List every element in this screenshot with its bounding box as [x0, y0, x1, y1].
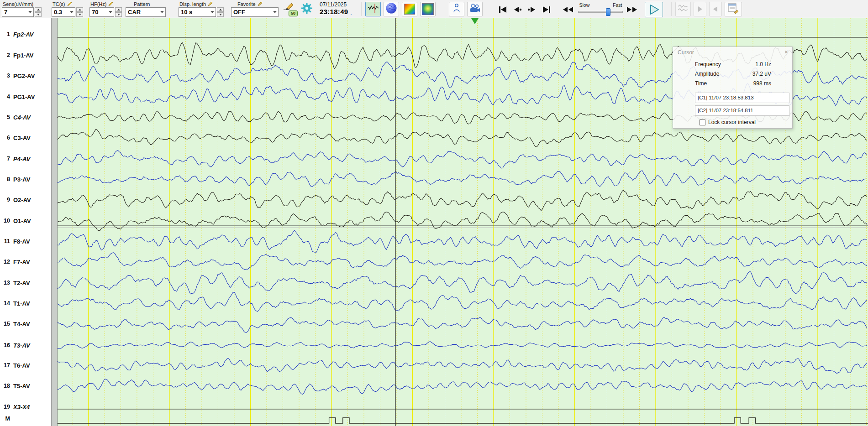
speed-slider-handle[interactable]: [606, 8, 610, 16]
date-display: 07/11/2025: [320, 1, 348, 8]
topography-button[interactable]: [420, 2, 436, 16]
channel-row-P4-AV[interactable]: 7P4-AV: [0, 155, 51, 163]
frequency-label: Frequency: [695, 61, 721, 68]
lock-cursor-checkbox[interactable]: [700, 119, 705, 125]
eeg-waveform-area[interactable]: Cursor × Frequency 1.0 Hz Amplitude 37.2…: [58, 18, 868, 426]
lock-cursor-label: Lock cursor interval: [708, 119, 756, 125]
toolbar-separator: [361, 2, 362, 16]
channel-row-T4-AV[interactable]: 15T4-AV: [0, 320, 51, 328]
page-position-marker[interactable]: [471, 18, 479, 24]
channel-row-T1-AV[interactable]: 14T1-AV: [0, 299, 51, 307]
favorite-edit-pencil-icon[interactable]: [258, 1, 263, 6]
cursor1-time-field[interactable]: [C1] 11/07 23:18:53.813: [695, 93, 789, 103]
channel-row-T6-AV[interactable]: 17T6-AV: [0, 361, 51, 369]
video-camera-icon: [469, 4, 480, 15]
channel-row-PG2-AV[interactable]: 3PG2-AV: [0, 72, 51, 80]
cursor2-time-field[interactable]: [C2] 11/07 23:18:54.811: [695, 105, 789, 116]
channel-row-O2-AV[interactable]: 9O2-AV: [0, 196, 51, 204]
hf-label: HF(Hz): [90, 1, 106, 7]
dsa-trend-button[interactable]: [402, 2, 417, 16]
channel-row-T5-AV[interactable]: 18T5-AV: [0, 382, 51, 390]
rewind-button[interactable]: [561, 3, 575, 16]
hf-edit-pencil-icon[interactable]: [108, 1, 113, 6]
fast-forward-button[interactable]: [625, 3, 639, 16]
gray-right-arrow-icon: [697, 6, 703, 12]
ac-filter-50hz-badge[interactable]: 50: [289, 10, 298, 16]
tc-edit-pencil-icon[interactable]: [67, 1, 72, 6]
measure-tool[interactable]: 50: [283, 3, 298, 16]
channel-row-Fp1-AV[interactable]: 2Fp1-AV: [0, 51, 51, 59]
display-length-spin-down-button[interactable]: [217, 12, 224, 17]
channel-row-T2-AV[interactable]: 13T2-AV: [0, 279, 51, 287]
datetime-more-button[interactable]: .: [349, 11, 353, 16]
waveform-mode-button[interactable]: [365, 2, 381, 16]
display-length-combobox[interactable]: 10 s: [179, 7, 216, 17]
hf-combobox[interactable]: 70: [89, 7, 114, 17]
display-length-label: Disp. length: [179, 1, 206, 7]
channel-row-PG1-AV[interactable]: 4PG1-AV: [0, 93, 51, 101]
hf-field: HF(Hz) 70: [89, 1, 122, 17]
tc-spin-up-button[interactable]: [76, 7, 83, 12]
channel-row-C3-AV[interactable]: 6C3-AV: [0, 134, 51, 142]
step-forward-icon: [527, 6, 537, 13]
patient-info-button[interactable]: [449, 2, 464, 16]
channel-row-T3-AV[interactable]: 16T3-AV: [0, 341, 51, 349]
channel-row-P3-AV[interactable]: 8P3-AV: [0, 175, 51, 183]
topo-map-icon: [422, 3, 434, 15]
speed-slider-track[interactable]: [578, 11, 623, 13]
report-editor-button[interactable]: [725, 2, 742, 16]
dropdown-arrow-icon: [109, 11, 112, 13]
datetime-display: 07/11/2025 23:18:49: [320, 1, 348, 16]
brain-map-button[interactable]: [384, 2, 399, 16]
prev-event-button[interactable]: [709, 2, 722, 16]
pattern-combobox[interactable]: CAR: [126, 7, 166, 17]
step-back-button[interactable]: [510, 3, 524, 16]
channel-row-X3-X4[interactable]: 19X3-X4: [0, 403, 51, 411]
skip-to-start-button[interactable]: [496, 3, 510, 16]
play-button[interactable]: [645, 2, 663, 17]
next-event-button[interactable]: [694, 2, 706, 16]
amplitude-value: 37.2 uV: [752, 71, 771, 77]
skip-to-end-button[interactable]: [540, 3, 553, 16]
tc-spin-down-button[interactable]: [76, 12, 83, 17]
pattern-field: Pattern CAR: [126, 1, 166, 17]
sens-spin-down-button[interactable]: [35, 12, 42, 17]
channel-row-F7-AV[interactable]: 12F7-AV: [0, 258, 51, 266]
settings-button[interactable]: [299, 2, 315, 16]
toolbar: Sens(uV/mm) 7 TC(s) 0.3: [0, 0, 868, 18]
video-button[interactable]: [467, 2, 483, 16]
rewind-icon: [562, 6, 574, 13]
channel-row-F8-AV[interactable]: 11F8-AV: [0, 237, 51, 245]
sens-combobox[interactable]: 7: [2, 7, 34, 17]
dropdown-arrow-icon: [160, 11, 164, 13]
frequency-value: 1.0 Hz: [755, 61, 771, 68]
channel-row-C4-AV[interactable]: 5C4-AV: [0, 113, 51, 121]
favorite-field: Favorite OFF: [231, 1, 279, 17]
hf-spin-up-button[interactable]: [115, 7, 122, 12]
speed-control: Slow Fast: [578, 2, 623, 13]
eeg-wave-icon: [367, 3, 379, 15]
dropdown-arrow-icon: [210, 11, 214, 13]
person-icon: [452, 3, 461, 15]
play-icon: [647, 3, 661, 16]
skip-to-start-icon: [498, 6, 508, 13]
favorite-combobox[interactable]: OFF: [231, 7, 279, 17]
hf-spin-down-button[interactable]: [115, 12, 122, 17]
hf-spinner: [115, 7, 122, 17]
channel-row-O1-AV[interactable]: 10O1-AV: [0, 217, 51, 225]
panel-splitter[interactable]: [51, 18, 58, 426]
step-forward-button[interactable]: [525, 3, 539, 16]
sens-spin-up-button[interactable]: [35, 7, 42, 12]
dropdown-arrow-icon: [273, 11, 277, 13]
display-length-spin-up-button[interactable]: [217, 7, 224, 12]
channel-row-Fp2-AV[interactable]: 1Fp2-AV: [0, 30, 51, 38]
settings-gear-icon: [301, 2, 313, 16]
gray-left-arrow-icon: [712, 6, 719, 12]
slow-label: Slow: [579, 2, 589, 8]
close-icon[interactable]: ×: [784, 48, 788, 56]
compare-waveform-button[interactable]: [675, 2, 691, 16]
channel-row-M[interactable]: M: [0, 415, 51, 423]
tc-spinner: [76, 7, 83, 17]
tc-combobox[interactable]: 0.3: [52, 7, 75, 17]
display-length-edit-pencil-icon[interactable]: [208, 1, 213, 6]
